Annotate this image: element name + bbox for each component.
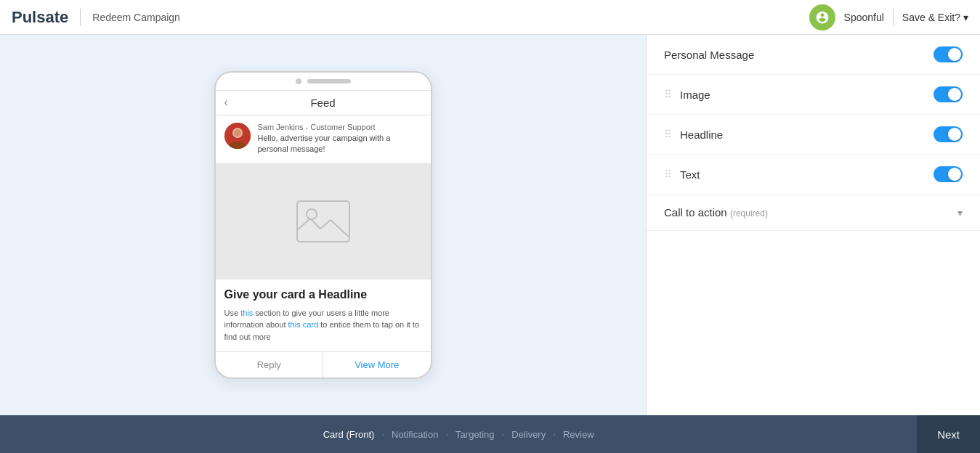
header: Pulsate Redeem Campaign Spoonful Save & … [0, 0, 980, 35]
step-chevron-3: › [502, 430, 505, 438]
link-this: this [240, 309, 253, 317]
link-card: this card [288, 320, 319, 329]
step-review[interactable]: Review [557, 429, 600, 440]
reply-button[interactable]: Reply [216, 352, 324, 378]
step-chevron-1: › [381, 430, 384, 438]
footer: Card (Front) › Notification › Targeting … [0, 415, 980, 453]
personal-message-setting: Personal Message [647, 35, 980, 75]
cta-required-label: (required) [730, 208, 768, 219]
step-notification-label: Notification [386, 429, 444, 440]
step-review-label: Review [557, 429, 600, 440]
card-text-area: Give your card a Headline Use this secti… [216, 279, 431, 352]
step-notification[interactable]: Notification [386, 429, 444, 440]
back-arrow-icon[interactable]: ‹ [224, 96, 228, 109]
step-chevron-2: › [445, 430, 448, 438]
step-targeting[interactable]: Targeting [450, 429, 500, 440]
text-toggle[interactable] [934, 166, 963, 182]
headline-setting: ⠿ Headline [647, 115, 980, 155]
personal-message-card: Sam Jenkins - Customer Support Hello, ad… [216, 115, 431, 163]
next-button[interactable]: Next [917, 415, 980, 453]
left-panel: ‹ Feed Sam Jenkins - Customer Sup [0, 35, 646, 415]
header-divider [80, 9, 81, 26]
cta-label: Call to action (required) [664, 206, 952, 219]
personal-message-toggle[interactable] [934, 46, 963, 62]
image-setting: ⠿ Image [647, 75, 980, 115]
avatar [809, 4, 835, 30]
user-name: Spoonful [844, 12, 884, 23]
step-delivery[interactable]: Delivery [506, 429, 551, 440]
progress-steps: Card (Front) › Notification › Targeting … [0, 429, 917, 440]
headline-label: Headline [680, 128, 934, 141]
svg-rect-4 [297, 201, 349, 242]
main-content: ‹ Feed Sam Jenkins - Customer Sup [0, 35, 980, 415]
feed-title: Feed [310, 97, 335, 109]
phone-status-bar [216, 73, 431, 90]
text-setting: ⠿ Text [647, 155, 980, 195]
view-more-button[interactable]: View More [323, 352, 431, 378]
text-drag-handle-icon[interactable]: ⠿ [664, 168, 671, 180]
svg-point-3 [234, 129, 241, 136]
image-drag-handle-icon[interactable]: ⠿ [664, 89, 671, 100]
phone-mockup: ‹ Feed Sam Jenkins - Customer Sup [214, 71, 432, 379]
headline-toggle[interactable] [934, 126, 963, 142]
image-toggle[interactable] [934, 86, 963, 102]
message-body: Sam Jenkins - Customer Support Hello, ad… [258, 123, 422, 155]
step-card-front-label: Card (Front) [317, 429, 381, 440]
step-targeting-label: Targeting [450, 429, 500, 440]
status-dot [296, 78, 301, 84]
card-image-placeholder [216, 163, 431, 279]
text-label: Text [680, 168, 934, 181]
card-headline: Give your card a Headline [224, 288, 422, 301]
logo: Pulsate [12, 8, 68, 27]
image-label: Image [680, 89, 934, 101]
header-right: Spoonful Save & Exit? ▾ [809, 4, 968, 30]
right-panel: Personal Message ⠿ Image ⠿ Headline ⠿ Te… [646, 35, 980, 415]
card-description: Use this section to give your users a li… [224, 307, 422, 343]
card-actions: Reply View More [216, 351, 431, 378]
svg-point-5 [307, 209, 317, 219]
message-text: Hello, advertise your campaign with a pe… [258, 133, 422, 155]
personal-message-label: Personal Message [664, 49, 934, 61]
campaign-label: Redeem Campaign [92, 12, 180, 23]
call-to-action-setting[interactable]: Call to action (required) ▾ [647, 195, 980, 231]
sender-name: Sam Jenkins - Customer Support [258, 123, 422, 131]
step-card-front[interactable]: Card (Front) [317, 429, 381, 440]
phone-feed-header: ‹ Feed [216, 90, 431, 115]
status-bar-line [307, 79, 351, 83]
header-divider2 [893, 9, 894, 26]
sender-role: - Customer Support [306, 123, 376, 131]
headline-drag-handle-icon[interactable]: ⠿ [664, 128, 671, 140]
dropdown-arrow-icon: ▾ [963, 12, 968, 23]
sender-avatar [224, 123, 251, 149]
step-chevron-4: › [553, 430, 556, 438]
cta-dropdown-icon: ▾ [957, 207, 963, 219]
step-delivery-label: Delivery [506, 429, 551, 440]
save-exit-button[interactable]: Save & Exit? ▾ [902, 12, 968, 23]
